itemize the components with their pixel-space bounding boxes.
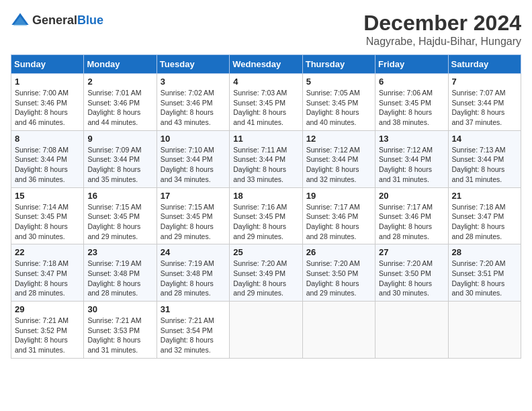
weekday-header-wednesday: Wednesday [230, 55, 302, 74]
day-number: 29 [15, 304, 80, 314]
day-cell-27: 27 Sunrise: 7:20 AMSunset: 3:50 PMDaylig… [375, 244, 448, 302]
day-cell-30: 30 Sunrise: 7:21 AMSunset: 3:53 PMDaylig… [84, 302, 157, 359]
day-info: Sunrise: 7:07 AMSunset: 3:44 PMDaylight:… [452, 89, 506, 126]
day-info: Sunrise: 7:17 AMSunset: 3:46 PMDaylight:… [306, 203, 360, 240]
day-info: Sunrise: 7:08 AMSunset: 3:44 PMDaylight:… [15, 146, 69, 183]
day-info: Sunrise: 7:12 AMSunset: 3:44 PMDaylight:… [306, 146, 360, 183]
day-cell-26: 26 Sunrise: 7:20 AMSunset: 3:50 PMDaylig… [302, 244, 375, 302]
day-number: 5 [306, 77, 371, 87]
weekday-header-tuesday: Tuesday [157, 55, 229, 74]
day-info: Sunrise: 7:05 AMSunset: 3:45 PMDaylight:… [306, 89, 360, 126]
logo-icon [11, 11, 30, 30]
weekday-header-thursday: Thursday [302, 55, 375, 74]
month-title: December 2024 [363, 11, 521, 36]
logo: General Blue [11, 11, 103, 30]
empty-cell [302, 302, 375, 359]
week-row-3: 15 Sunrise: 7:14 AMSunset: 3:45 PMDaylig… [11, 187, 521, 244]
day-number: 18 [233, 191, 298, 201]
day-cell-20: 20 Sunrise: 7:17 AMSunset: 3:46 PMDaylig… [375, 187, 448, 244]
day-info: Sunrise: 7:02 AMSunset: 3:46 PMDaylight:… [161, 89, 214, 126]
day-number: 11 [233, 134, 298, 144]
weekday-header-monday: Monday [84, 55, 157, 74]
day-number: 20 [379, 191, 444, 201]
day-cell-1: 1 Sunrise: 7:00 AMSunset: 3:46 PMDayligh… [11, 74, 84, 131]
day-info: Sunrise: 7:03 AMSunset: 3:45 PMDaylight:… [233, 89, 287, 126]
day-cell-22: 22 Sunrise: 7:18 AMSunset: 3:47 PMDaylig… [11, 244, 84, 302]
day-cell-14: 14 Sunrise: 7:13 AMSunset: 3:44 PMDaylig… [448, 130, 521, 187]
day-number: 19 [306, 191, 371, 201]
day-number: 26 [306, 247, 371, 257]
day-cell-18: 18 Sunrise: 7:16 AMSunset: 3:45 PMDaylig… [230, 187, 302, 244]
location-title: Nagyrabe, Hajdu-Bihar, Hungary [363, 36, 521, 48]
day-info: Sunrise: 7:20 AMSunset: 3:51 PMDaylight:… [452, 259, 506, 297]
day-cell-4: 4 Sunrise: 7:03 AMSunset: 3:45 PMDayligh… [230, 74, 302, 131]
week-row-4: 22 Sunrise: 7:18 AMSunset: 3:47 PMDaylig… [11, 244, 521, 302]
day-info: Sunrise: 7:12 AMSunset: 3:44 PMDaylight:… [379, 146, 433, 183]
day-info: Sunrise: 7:13 AMSunset: 3:44 PMDaylight:… [452, 146, 506, 183]
day-number: 10 [161, 134, 226, 144]
day-number: 2 [87, 77, 152, 87]
day-cell-24: 24 Sunrise: 7:19 AMSunset: 3:48 PMDaylig… [157, 244, 229, 302]
day-number: 9 [87, 134, 152, 144]
day-info: Sunrise: 7:15 AMSunset: 3:45 PMDaylight:… [87, 203, 141, 240]
day-cell-12: 12 Sunrise: 7:12 AMSunset: 3:44 PMDaylig… [302, 130, 375, 187]
day-cell-19: 19 Sunrise: 7:17 AMSunset: 3:46 PMDaylig… [302, 187, 375, 244]
day-number: 27 [379, 247, 444, 257]
day-cell-31: 31 Sunrise: 7:21 AMSunset: 3:54 PMDaylig… [157, 302, 229, 359]
day-number: 12 [306, 134, 371, 144]
day-info: Sunrise: 7:14 AMSunset: 3:45 PMDaylight:… [15, 203, 69, 240]
day-cell-10: 10 Sunrise: 7:10 AMSunset: 3:44 PMDaylig… [157, 130, 229, 187]
day-cell-15: 15 Sunrise: 7:14 AMSunset: 3:45 PMDaylig… [11, 187, 84, 244]
day-cell-13: 13 Sunrise: 7:12 AMSunset: 3:44 PMDaylig… [375, 130, 448, 187]
weekday-header-row: SundayMondayTuesdayWednesdayThursdayFrid… [11, 55, 521, 74]
day-cell-21: 21 Sunrise: 7:18 AMSunset: 3:47 PMDaylig… [448, 187, 521, 244]
day-cell-29: 29 Sunrise: 7:21 AMSunset: 3:52 PMDaylig… [11, 302, 84, 359]
day-info: Sunrise: 7:21 AMSunset: 3:52 PMDaylight:… [15, 316, 69, 354]
day-info: Sunrise: 7:20 AMSunset: 3:50 PMDaylight:… [306, 259, 360, 297]
day-number: 25 [233, 247, 298, 257]
day-number: 16 [87, 191, 152, 201]
day-number: 30 [87, 304, 152, 314]
week-row-2: 8 Sunrise: 7:08 AMSunset: 3:44 PMDayligh… [11, 130, 521, 187]
day-cell-9: 9 Sunrise: 7:09 AMSunset: 3:44 PMDayligh… [84, 130, 157, 187]
day-number: 22 [15, 247, 80, 257]
day-number: 7 [452, 77, 517, 87]
empty-cell [448, 302, 521, 359]
day-cell-23: 23 Sunrise: 7:19 AMSunset: 3:48 PMDaylig… [84, 244, 157, 302]
day-cell-7: 7 Sunrise: 7:07 AMSunset: 3:44 PMDayligh… [448, 74, 521, 131]
day-info: Sunrise: 7:06 AMSunset: 3:45 PMDaylight:… [379, 89, 433, 126]
day-number: 23 [87, 247, 152, 257]
weekday-header-friday: Friday [375, 55, 448, 74]
day-number: 3 [161, 77, 226, 87]
day-info: Sunrise: 7:11 AMSunset: 3:44 PMDaylight:… [233, 146, 287, 183]
weekday-header-sunday: Sunday [11, 55, 84, 74]
day-info: Sunrise: 7:18 AMSunset: 3:47 PMDaylight:… [15, 259, 69, 297]
day-number: 8 [15, 134, 80, 144]
day-info: Sunrise: 7:20 AMSunset: 3:49 PMDaylight:… [233, 259, 287, 297]
day-number: 17 [161, 191, 226, 201]
day-cell-6: 6 Sunrise: 7:06 AMSunset: 3:45 PMDayligh… [375, 74, 448, 131]
calendar: SundayMondayTuesdayWednesdayThursdayFrid… [11, 54, 521, 359]
day-cell-11: 11 Sunrise: 7:11 AMSunset: 3:44 PMDaylig… [230, 130, 302, 187]
day-info: Sunrise: 7:21 AMSunset: 3:54 PMDaylight:… [161, 316, 214, 354]
day-info: Sunrise: 7:18 AMSunset: 3:47 PMDaylight:… [452, 203, 506, 240]
header: General Blue December 2024 Nagyrabe, Haj… [11, 11, 521, 48]
day-number: 28 [452, 247, 517, 257]
empty-cell [375, 302, 448, 359]
day-number: 14 [452, 134, 517, 144]
day-info: Sunrise: 7:10 AMSunset: 3:44 PMDaylight:… [161, 146, 214, 183]
day-info: Sunrise: 7:01 AMSunset: 3:46 PMDaylight:… [87, 89, 141, 126]
day-cell-5: 5 Sunrise: 7:05 AMSunset: 3:45 PMDayligh… [302, 74, 375, 131]
day-number: 24 [161, 247, 226, 257]
week-row-5: 29 Sunrise: 7:21 AMSunset: 3:52 PMDaylig… [11, 302, 521, 359]
logo-text-general: General [32, 13, 77, 28]
day-number: 6 [379, 77, 444, 87]
day-number: 4 [233, 77, 298, 87]
day-number: 13 [379, 134, 444, 144]
day-info: Sunrise: 7:20 AMSunset: 3:50 PMDaylight:… [379, 259, 433, 297]
day-info: Sunrise: 7:00 AMSunset: 3:46 PMDaylight:… [15, 89, 69, 126]
day-cell-25: 25 Sunrise: 7:20 AMSunset: 3:49 PMDaylig… [230, 244, 302, 302]
day-cell-2: 2 Sunrise: 7:01 AMSunset: 3:46 PMDayligh… [84, 74, 157, 131]
day-cell-28: 28 Sunrise: 7:20 AMSunset: 3:51 PMDaylig… [448, 244, 521, 302]
day-cell-16: 16 Sunrise: 7:15 AMSunset: 3:45 PMDaylig… [84, 187, 157, 244]
